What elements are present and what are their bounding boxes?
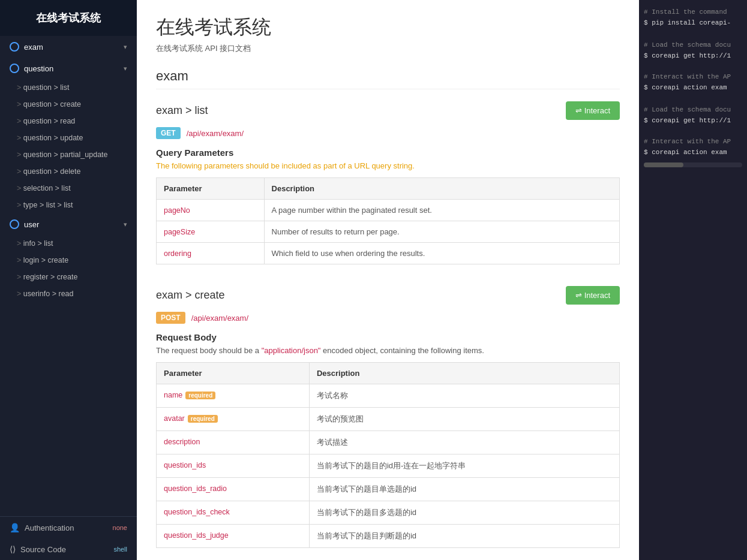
param-name-qids-judge: question_ids_judge bbox=[164, 531, 229, 540]
sidebar-sub-question-list[interactable]: question > list bbox=[0, 79, 137, 96]
sidebar-item-user[interactable]: user ▾ bbox=[0, 213, 137, 235]
doc-subtitle: 在线考试系统 API 接口文档 bbox=[156, 43, 620, 54]
table-row: ordering Which field to use when orderin… bbox=[157, 243, 620, 264]
request-body-label: Request Body bbox=[156, 332, 620, 342]
endpoint-create-title: exam > create bbox=[156, 289, 225, 302]
doc-main-title: 在线考试系统 bbox=[156, 14, 620, 41]
param-desc-avatar: 考试的预览图 bbox=[309, 408, 619, 431]
chevron-down-icon: ▾ bbox=[124, 43, 127, 51]
horizontal-scrollbar[interactable] bbox=[644, 162, 742, 167]
sidebar-title: 在线考试系统 bbox=[0, 0, 137, 36]
endpoint-exam-list: exam > list ⇌ Interact GET /api/exam/exa… bbox=[156, 101, 620, 264]
method-badge-get: GET bbox=[156, 127, 181, 139]
circle-icon-user bbox=[10, 219, 19, 229]
code-comment-interact1: # Interact with the AP bbox=[644, 72, 742, 83]
sidebar-item-question[interactable]: question ▾ bbox=[0, 58, 137, 79]
table-row: question_ids_judge 当前考试下的题目判断题的id bbox=[157, 525, 620, 548]
required-badge-name: required bbox=[185, 392, 215, 399]
code-comment-load1: # Load the schema docu bbox=[644, 40, 742, 51]
table-row: question_ids_radio 当前考试下的题目单选题的id bbox=[157, 478, 620, 501]
sidebar-item-exam[interactable]: exam ▾ bbox=[0, 36, 137, 58]
method-badge-post: POST bbox=[156, 312, 185, 324]
sidebar-sub-question-delete[interactable]: question > delete bbox=[0, 163, 137, 180]
param-desc-qids-check: 当前考试下的题目多选题的id bbox=[309, 501, 619, 525]
query-params-desc: The following parameters should be inclu… bbox=[156, 161, 620, 170]
sidebar: 在线考试系统 exam ▾ question ▾ question > list… bbox=[0, 0, 137, 560]
interact-button-create[interactable]: ⇌ Interact bbox=[566, 286, 620, 305]
col-description: Description bbox=[264, 178, 619, 200]
param-name-description: description bbox=[164, 438, 200, 446]
circle-icon-question bbox=[10, 64, 19, 73]
interact-button-list[interactable]: ⇌ Interact bbox=[566, 101, 620, 120]
query-params-table: Parameter Description pageNo A page numb… bbox=[156, 177, 620, 264]
code-block-create: # Load the schema docu $ coreapi get htt… bbox=[644, 105, 742, 167]
param-name-ordering: ordering bbox=[164, 249, 191, 258]
circle-icon bbox=[10, 42, 19, 52]
endpoint-list-title: exam > list bbox=[156, 104, 208, 117]
right-code-panel: # Install the command $ pip install core… bbox=[639, 0, 747, 560]
table-row: avatarrequired 考试的预览图 bbox=[157, 408, 620, 431]
code-cmd-action2: $ coreapi action exam bbox=[644, 147, 742, 158]
table-row: description 考试描述 bbox=[157, 431, 620, 454]
main-area: 在线考试系统 在线考试系统 API 接口文档 exam exam > list … bbox=[137, 0, 747, 560]
param-desc-pagesize: Number of results to return per page. bbox=[264, 221, 619, 243]
param-name-qids: question_ids bbox=[164, 461, 206, 469]
source-badge: shell bbox=[113, 546, 127, 553]
table-row: namerequired 考试名称 bbox=[157, 384, 620, 408]
section-exam-title: exam bbox=[156, 68, 620, 89]
sidebar-sub-login-create[interactable]: login > create bbox=[0, 252, 137, 269]
table-row: pageNo A page number within the paginate… bbox=[157, 200, 620, 221]
endpoint-create-header: exam > create ⇌ Interact bbox=[156, 286, 620, 305]
create-params-table: Parameter Description namerequired 考试名称 … bbox=[156, 362, 620, 548]
table-row: question_ids_check 当前考试下的题目多选题的id bbox=[157, 501, 620, 525]
param-desc-description: 考试描述 bbox=[309, 431, 619, 454]
sidebar-source-item[interactable]: ⟨⟩ Source Code shell bbox=[0, 538, 137, 560]
table-row: pageSize Number of results to return per… bbox=[157, 221, 620, 243]
endpoint-list-header: exam > list ⇌ Interact bbox=[156, 101, 620, 120]
col-parameter: Parameter bbox=[157, 178, 265, 200]
endpoint-exam-create: exam > create ⇌ Interact POST /api/exam/… bbox=[156, 286, 620, 548]
method-url-text: /api/exam/exam/ bbox=[187, 129, 244, 138]
code-cmd-action1: $ coreapi action exam bbox=[644, 83, 742, 94]
auth-badge: none bbox=[113, 524, 127, 531]
sidebar-sub-question-partial-update[interactable]: question > partial_update bbox=[0, 146, 137, 163]
param-desc-qids: 当前考试下的题目的id用-连在一起地字符串 bbox=[309, 454, 619, 478]
sidebar-sub-question-create[interactable]: question > create bbox=[0, 96, 137, 113]
param-name-pagesize: pageSize bbox=[164, 228, 195, 236]
col-parameter-2: Parameter bbox=[157, 363, 310, 384]
query-params-label: Query Parameters bbox=[156, 147, 620, 158]
required-badge-avatar: required bbox=[188, 415, 218, 423]
sidebar-sub-question-update[interactable]: question > update bbox=[0, 130, 137, 146]
sidebar-sub-userinfo-read[interactable]: userinfo > read bbox=[0, 285, 137, 302]
endpoint-create-method-url: POST /api/exam/exam/ bbox=[156, 312, 620, 324]
sidebar-sub-typelist[interactable]: type > list > list bbox=[0, 197, 137, 213]
person-icon: 👤 bbox=[10, 523, 20, 532]
code-block-list: # Load the schema docu $ coreapi get htt… bbox=[644, 40, 742, 93]
param-desc-pageno: A page number within the paginated resul… bbox=[264, 200, 619, 221]
sidebar-item-exam-label: exam bbox=[24, 43, 43, 52]
code-cmd-get2: $ coreapi get http://1 bbox=[644, 116, 742, 127]
sidebar-sub-selection-list[interactable]: selection > list bbox=[0, 180, 137, 197]
table-row: question_ids 当前考试下的题目的id用-连在一起地字符串 bbox=[157, 454, 620, 478]
request-body-desc: The request body should be a "applicatio… bbox=[156, 346, 620, 355]
param-desc-qids-radio: 当前考试下的题目单选题的id bbox=[309, 478, 619, 501]
auth-label: Authentication bbox=[25, 523, 113, 532]
sidebar-item-user-label: user bbox=[24, 220, 39, 229]
scrollbar-thumb bbox=[644, 162, 683, 167]
create-url-text: /api/exam/exam/ bbox=[191, 314, 248, 323]
chevron-down-icon-user: ▾ bbox=[124, 221, 127, 228]
chevron-down-icon-question: ▾ bbox=[124, 65, 127, 73]
sidebar-sub-info-list[interactable]: info > list bbox=[0, 235, 137, 252]
sidebar-sub-register-create[interactable]: register > create bbox=[0, 269, 137, 285]
param-name-name: name bbox=[164, 391, 182, 399]
sidebar-item-question-label: question bbox=[24, 64, 53, 73]
sidebar-auth-item[interactable]: 👤 Authentication none bbox=[0, 517, 137, 538]
source-label: Source Code bbox=[20, 545, 113, 554]
param-name-qids-check: question_ids_check bbox=[164, 508, 230, 516]
sidebar-bottom: 👤 Authentication none ⟨⟩ Source Code she… bbox=[0, 516, 137, 560]
code-cmd-install: $ pip install coreapi- bbox=[644, 18, 742, 29]
code-cmd-get1: $ coreapi get http://1 bbox=[644, 51, 742, 62]
param-desc-qids-judge: 当前考试下的题目判断题的id bbox=[309, 525, 619, 548]
sidebar-sub-question-read[interactable]: question > read bbox=[0, 113, 137, 130]
code-comment-interact2: # Interact with the AP bbox=[644, 137, 742, 147]
